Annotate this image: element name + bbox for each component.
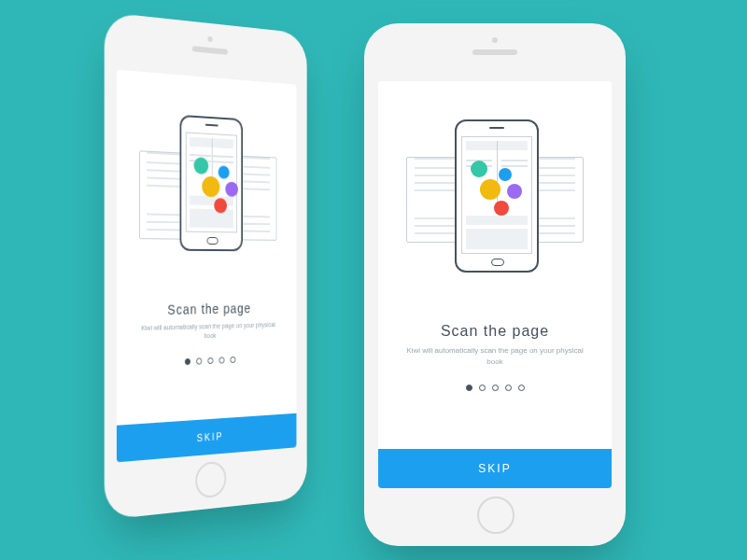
scanner-phone-icon <box>180 115 243 251</box>
onboarding-title: Scan the page <box>167 301 250 318</box>
page-dot[interactable] <box>184 358 190 365</box>
page-dot[interactable] <box>492 385 499 391</box>
color-dot <box>225 182 238 197</box>
page-dot[interactable] <box>479 385 486 391</box>
device-speaker <box>192 46 228 55</box>
page-dot[interactable] <box>505 385 512 391</box>
page-dot[interactable] <box>218 357 224 364</box>
color-dot <box>214 198 227 213</box>
page-dot[interactable] <box>207 357 213 364</box>
device-screen: Scan the page Kiwi will automatically sc… <box>117 70 297 463</box>
device-mockup-flat: Scan the page Kiwi will automatically sc… <box>364 23 626 546</box>
color-dot <box>194 157 209 175</box>
onboarding-title: Scan the page <box>441 323 549 340</box>
device-screen: Scan the page Kiwi will automatically sc… <box>378 81 612 488</box>
page-dot[interactable] <box>196 358 202 365</box>
page-dot[interactable] <box>466 385 472 391</box>
color-dot <box>494 201 509 216</box>
page-indicator[interactable] <box>184 357 235 365</box>
scanner-phone-icon <box>455 119 539 273</box>
device-mockup-tilted: Scan the page Kiwi will automatically sc… <box>105 12 307 520</box>
skip-button[interactable]: SKIP <box>117 413 297 463</box>
onboarding-panel: Scan the page Kiwi will automatically sc… <box>378 81 612 488</box>
illustration <box>117 70 297 298</box>
device-home-button <box>477 497 514 534</box>
device-speaker <box>472 49 517 55</box>
onboarding-panel: Scan the page Kiwi will automatically sc… <box>117 70 297 463</box>
stage: Scan the page Kiwi will automatically sc… <box>0 0 747 560</box>
onboarding-description: Kiwi will automatically scan the page on… <box>402 345 588 368</box>
page-dot[interactable] <box>230 357 235 363</box>
device-home-button <box>195 461 226 499</box>
onboarding-description: Kiwi will automatically scan the page on… <box>136 320 280 343</box>
color-dot <box>507 184 522 199</box>
color-dot <box>499 168 512 181</box>
color-dot <box>471 161 487 177</box>
illustration <box>378 81 612 317</box>
device-camera <box>492 37 498 43</box>
color-dot <box>202 176 219 198</box>
device-camera <box>207 36 212 43</box>
color-dots <box>187 133 237 136</box>
page-indicator[interactable] <box>466 385 525 391</box>
page-dot[interactable] <box>518 385 525 391</box>
skip-button[interactable]: SKIP <box>378 449 612 488</box>
color-dot <box>218 166 230 179</box>
